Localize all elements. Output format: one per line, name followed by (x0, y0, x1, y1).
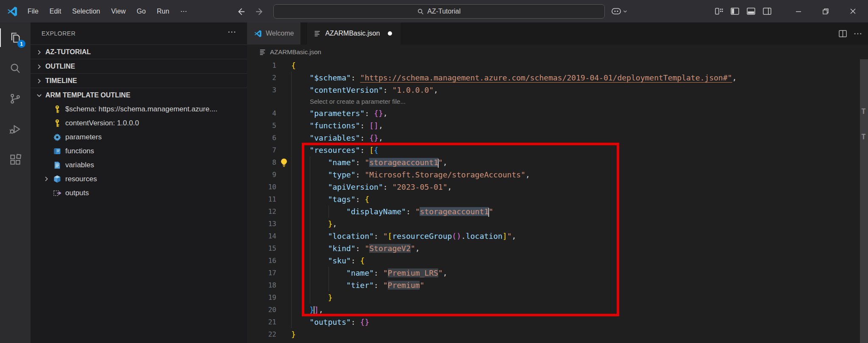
line-number: 20 (247, 304, 276, 316)
menu-[interactable]: ⋯ (175, 8, 192, 15)
sidebar-section-az-tutorial[interactable]: AZ-TUTORIAL (31, 44, 247, 59)
json-file-icon (259, 49, 267, 55)
outline-item-contentVersion[interactable]: contentVersion: 1.0.0.0 (31, 116, 247, 130)
section-label: OUTLINE (45, 63, 75, 70)
code-text: "parameters": {}, (291, 107, 388, 119)
line-number: 14 (247, 230, 276, 242)
outline-item-label: contentVersion: 1.0.0.0 (65, 119, 139, 127)
outline-item-functions[interactable]: functions (31, 144, 247, 158)
key-icon (52, 119, 63, 127)
code-line-6[interactable]: 6 "variables": {}, (247, 132, 860, 144)
vscode-window: FileEditSelectionViewGoRun⋯ AZ-Tutorial (0, 0, 868, 343)
breadcrumb[interactable]: AZARMBasic.json (247, 44, 868, 59)
chevron-right-icon (36, 77, 43, 85)
window-controls (785, 0, 866, 22)
editor-scrollbar[interactable] (860, 59, 868, 343)
menu-run[interactable]: Run (151, 8, 175, 15)
code-text: "variables": {}, (291, 132, 383, 144)
tab-label: Welcome (266, 30, 294, 37)
code-text: } (291, 328, 296, 340)
gutter-decoration (276, 132, 291, 144)
code-text: "$schema": "https://schema.management.az… (291, 72, 737, 84)
line-number: 18 (247, 279, 276, 291)
activity-item-source-control[interactable] (0, 83, 31, 114)
toggle-panel-button[interactable] (745, 0, 757, 22)
toggle-panel-icon (747, 8, 755, 15)
activity-item-run-debug[interactable] (0, 114, 31, 144)
activity-item-search[interactable] (0, 53, 31, 83)
copilot-button[interactable] (611, 0, 628, 22)
indent-guide (291, 72, 292, 328)
outline-item-parameters[interactable]: parameters (31, 130, 247, 144)
gutter-decoration (276, 254, 291, 267)
lightbulb-icon[interactable] (276, 156, 291, 169)
code-text: "outputs": {} (291, 316, 369, 328)
toggle-primary-sidebar-button[interactable] (729, 0, 741, 22)
line-number: 13 (247, 218, 276, 230)
menu-view[interactable]: View (106, 8, 131, 15)
more-actions-button[interactable]: ⋯ (854, 28, 862, 39)
sidebar-title: EXPLORER (42, 30, 75, 37)
line-number: 3 (247, 84, 276, 96)
line-number: 9 (247, 169, 276, 181)
vscode-icon (254, 30, 262, 38)
line-number: 17 (247, 267, 276, 279)
activity-item-explorer[interactable]: 1 (0, 22, 31, 53)
code-line-5[interactable]: 5 "functions": [], (247, 119, 860, 132)
annotation-red-box (302, 143, 619, 316)
menu-edit[interactable]: Edit (44, 8, 67, 15)
activity-bar: 1 (0, 22, 31, 343)
toggle-secondary-sidebar-button[interactable] (761, 0, 773, 22)
scroll-icon (52, 147, 63, 155)
sidebar-more-actions-button[interactable]: ⋯ (228, 27, 236, 37)
code-line-3[interactable]: 3 "contentVersion": "1.0.0.0", (247, 84, 860, 96)
restore-button[interactable] (812, 0, 839, 22)
toggle-primary-sidebar-icon (731, 8, 739, 15)
code-line-2[interactable]: 2 "$schema": "https://schema.management.… (247, 72, 860, 84)
gutter-decoration (276, 328, 291, 340)
menu-go[interactable]: Go (131, 8, 151, 15)
line-number: 7 (247, 144, 276, 156)
command-center-search[interactable]: AZ-Tutorial (273, 4, 605, 19)
tab-welcome[interactable]: Welcome (247, 22, 301, 44)
outline-item-$schema[interactable]: $schema: https://schema.management.azure… (31, 102, 247, 116)
line-number: 2 (247, 72, 276, 84)
line-number: 15 (247, 242, 276, 254)
line-number: 11 (247, 193, 276, 205)
sidebar-section-outline[interactable]: OUTLINE (31, 59, 247, 74)
menu-file[interactable]: File (22, 8, 44, 15)
codelens-parameter-file[interactable]: Select or create a parameter file... (247, 96, 860, 107)
code-line-4[interactable]: 4 "parameters": {}, (247, 107, 860, 119)
nav-back-button[interactable] (236, 6, 247, 17)
outline-item-resources[interactable]: resources (31, 172, 247, 186)
unsaved-dot[interactable] (388, 31, 392, 36)
vscode-logo-icon (7, 6, 18, 17)
extensions-icon (9, 153, 22, 166)
activity-item-extensions[interactable] (0, 144, 31, 175)
outline-item-variables[interactable]: variables (31, 158, 247, 172)
minimize-button[interactable] (785, 0, 812, 22)
outline-item-label: $schema: https://schema.management.azure… (65, 105, 217, 113)
scrollbar-mark: T (861, 132, 866, 141)
menu-selection[interactable]: Selection (67, 8, 106, 15)
code-line-22[interactable]: 22} (247, 328, 860, 340)
search-placeholder: AZ-Tutorial (427, 8, 461, 15)
editor-tab-bar: WelcomeAZARMBasic.json ⋯ (247, 22, 868, 44)
gutter-decoration (276, 279, 291, 291)
split-editor-button[interactable] (839, 30, 847, 37)
chevron-down-icon (36, 92, 43, 99)
search-icon (417, 8, 424, 15)
outline-item-outputs[interactable]: outputs (31, 186, 247, 200)
customize-layout-button[interactable] (713, 0, 725, 22)
line-number: 22 (247, 328, 276, 340)
sidebar-section-arm-template-outline[interactable]: ARM TEMPLATE OUTLINE (31, 88, 247, 102)
sidebar-section-timeline[interactable]: TIMELINE (31, 73, 247, 88)
close-button[interactable] (839, 0, 866, 22)
code-line-1[interactable]: 1{ (247, 59, 860, 72)
minimize-icon (795, 8, 802, 15)
copilot-icon (611, 7, 621, 16)
tab-azarmbasic-json[interactable]: AZARMBasic.json (307, 22, 401, 44)
nav-forward-button[interactable] (253, 6, 264, 17)
code-line-21[interactable]: 21 "outputs": {} (247, 316, 860, 328)
gutter-decoration (276, 316, 291, 328)
